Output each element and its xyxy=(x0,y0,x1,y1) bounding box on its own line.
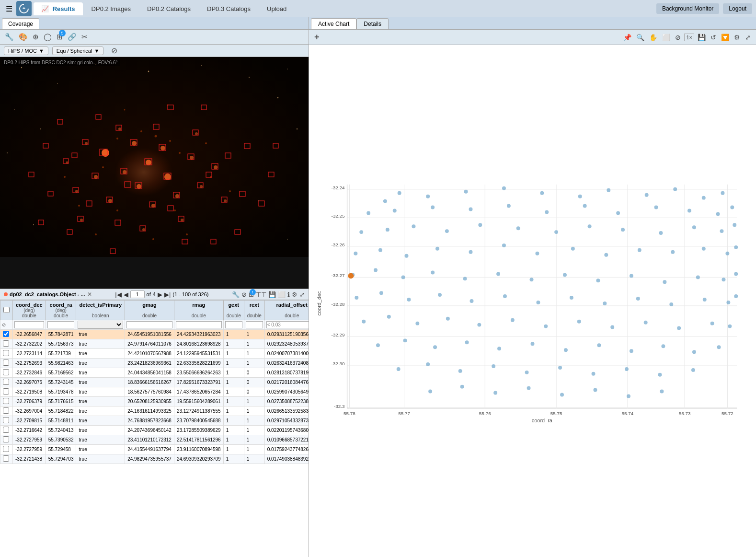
row-checkbox[interactable] xyxy=(3,331,9,337)
row-checkbox[interactable] xyxy=(3,398,9,404)
row-checkbox-cell[interactable] xyxy=(0,387,13,397)
row-checkbox-cell[interactable] xyxy=(0,416,13,426)
filter-gmag[interactable] xyxy=(125,320,174,330)
row-checkbox[interactable] xyxy=(3,340,9,347)
page-number-input[interactable]: 1 xyxy=(130,290,145,298)
chart-zoom-1x-icon[interactable]: 1× xyxy=(684,34,694,41)
table-filter-icon[interactable]: ⊘ xyxy=(241,291,247,298)
row-checkbox[interactable] xyxy=(3,446,9,452)
coord-dropdown[interactable]: Equ / Spherical ▼ xyxy=(52,46,104,55)
row-checkbox-cell[interactable] xyxy=(0,445,13,454)
filter-rmag-input[interactable] xyxy=(176,321,222,328)
no-filter-icon[interactable]: ⊘ xyxy=(111,46,117,55)
chart-refresh-icon[interactable]: ↺ xyxy=(709,33,718,42)
table-row[interactable]: -32.270637955.7176615true20.652081259309… xyxy=(0,397,309,406)
tab-active-chart[interactable]: Active Chart xyxy=(311,18,356,29)
prev-page-button[interactable]: ◀ xyxy=(124,291,128,298)
filter-radial-offset-input[interactable] xyxy=(266,321,309,328)
chart-settings-icon[interactable]: ⚙ xyxy=(733,33,742,42)
table-row[interactable]: -32.272795955.729458true24.4155449163779… xyxy=(0,445,309,454)
table-expand-icon[interactable]: ⬜ xyxy=(278,291,286,298)
filter-coord-dec[interactable] xyxy=(13,320,46,330)
tab-details[interactable]: Details xyxy=(356,18,389,29)
filter-rmag[interactable] xyxy=(174,320,223,330)
logout-button[interactable]: Logout xyxy=(723,3,752,14)
row-checkbox[interactable] xyxy=(3,350,9,356)
table-row[interactable]: -32.275269355.9821463true23.242182369693… xyxy=(0,359,309,368)
table-row[interactable]: -32.271950855.7193478true18.562757757609… xyxy=(0,387,309,397)
add-chart-icon[interactable]: + xyxy=(313,31,321,43)
wrench-icon[interactable]: 🔧 xyxy=(4,32,15,42)
row-checkbox[interactable] xyxy=(3,455,9,462)
tab-dp02-catalogs[interactable]: DP0.2 Catalogs xyxy=(139,2,198,15)
chain-icon[interactable]: 🔗 xyxy=(67,32,78,42)
filter-coord-ra[interactable] xyxy=(46,320,76,330)
chart-save-icon[interactable]: 💾 xyxy=(696,33,707,42)
table-row[interactable]: -32.269700455.7184822true24.163161149933… xyxy=(0,406,309,416)
palette-icon[interactable]: 🎨 xyxy=(18,32,29,42)
filter-coord-dec-input[interactable] xyxy=(14,321,44,328)
table-tab-close[interactable]: ✕ xyxy=(87,291,92,298)
row-checkbox-cell[interactable] xyxy=(0,339,13,349)
tab-dp02-images[interactable]: DP0.2 Images xyxy=(84,2,138,15)
scissors-icon[interactable]: ✂ xyxy=(80,32,89,42)
table-tools-icon[interactable]: 🔧 xyxy=(232,291,240,298)
row-checkbox-cell[interactable] xyxy=(0,426,13,435)
row-checkbox[interactable] xyxy=(3,407,9,414)
row-checkbox-cell[interactable] xyxy=(0,368,13,378)
row-checkbox-cell[interactable] xyxy=(0,359,13,368)
circle-icon[interactable]: ◯ xyxy=(43,32,53,42)
coverage-tab[interactable]: Coverage xyxy=(2,18,39,29)
chart-filter2-icon[interactable]: 🔽 xyxy=(720,33,731,42)
filter-gext-input[interactable] xyxy=(225,321,242,328)
background-monitor-button[interactable]: Background Monitor xyxy=(656,3,719,14)
first-page-button[interactable]: |◀ xyxy=(115,291,121,298)
table-row[interactable]: -32.273220255.7156373true24.979147640110… xyxy=(0,339,309,349)
table-row[interactable]: -32.272311455.721739true24.4210107056798… xyxy=(0,349,309,359)
select-all-checkbox[interactable] xyxy=(3,307,10,313)
filter-gmag-input[interactable] xyxy=(126,321,172,328)
row-checkbox[interactable] xyxy=(3,388,9,395)
chart-filter-icon[interactable]: ⊘ xyxy=(674,33,682,42)
layers-icon[interactable]: ⊞5 xyxy=(56,32,64,42)
row-checkbox-cell[interactable] xyxy=(0,349,13,359)
filter-rext[interactable] xyxy=(244,320,264,330)
chart-select-icon[interactable]: ⬜ xyxy=(661,33,672,42)
filter-radial-offset[interactable] xyxy=(264,320,309,330)
chart-expand-icon[interactable]: ⤢ xyxy=(744,33,752,42)
table-scroll-area[interactable]: coord_dec (deg) double coord_ra (deg) do… xyxy=(0,300,309,557)
last-page-button[interactable]: ▶| xyxy=(164,291,171,298)
table-row[interactable]: -32.270981555.7148811true24.768819578236… xyxy=(0,416,309,426)
row-checkbox-cell[interactable] xyxy=(0,397,13,406)
chart-hand-icon[interactable]: ✋ xyxy=(648,33,659,42)
row-checkbox-cell[interactable] xyxy=(0,378,13,387)
filter-gext[interactable] xyxy=(223,320,244,330)
table-more-icon[interactable]: ⤢ xyxy=(299,291,305,298)
chart-zoom-out-icon[interactable]: 🔍 xyxy=(635,33,646,42)
row-checkbox[interactable] xyxy=(3,417,9,423)
filter-detect-isprimary[interactable]: truefalse xyxy=(76,320,125,330)
table-tab[interactable]: dp02_dc2_catalogs.Object - ... ✕ xyxy=(4,291,92,298)
hips-moc-dropdown[interactable]: HiPS / MOC ▼ xyxy=(4,46,48,55)
row-checkbox[interactable] xyxy=(3,436,9,442)
recenter-icon[interactable]: ⊕ xyxy=(32,32,40,42)
table-columns-icon[interactable]: ⊤⊤ xyxy=(256,291,266,298)
table-row[interactable]: -32.272795955.7390532true23.411012101723… xyxy=(0,435,309,445)
table-row[interactable]: -32.272143855.7294703true24.982947359557… xyxy=(0,454,309,464)
row-checkbox[interactable] xyxy=(3,427,9,433)
row-checkbox-cell[interactable] xyxy=(0,435,13,445)
row-checkbox[interactable] xyxy=(3,379,9,385)
row-checkbox[interactable] xyxy=(3,369,9,375)
chart-pin-icon[interactable]: 📌 xyxy=(622,33,633,42)
table-row[interactable]: -32.265684755.7842871true24.654519510815… xyxy=(0,330,309,339)
row-checkbox-cell[interactable] xyxy=(0,330,13,339)
table-settings-icon[interactable]: ⚙ xyxy=(292,291,298,298)
next-page-button[interactable]: ▶ xyxy=(158,291,162,298)
table-save-icon[interactable]: 💾 xyxy=(268,291,276,298)
row-checkbox[interactable] xyxy=(3,360,9,366)
filter-isprimary-select[interactable]: truefalse xyxy=(78,321,123,329)
table-row[interactable]: -32.271664255.7240413true24.207436964501… xyxy=(0,426,309,435)
tab-dp03-catalogs[interactable]: DP0.3 Catalogs xyxy=(199,2,258,15)
filter-coord-ra-input[interactable] xyxy=(47,321,75,328)
table-row[interactable]: -32.269707555.7243145true18.836661566162… xyxy=(0,378,309,387)
